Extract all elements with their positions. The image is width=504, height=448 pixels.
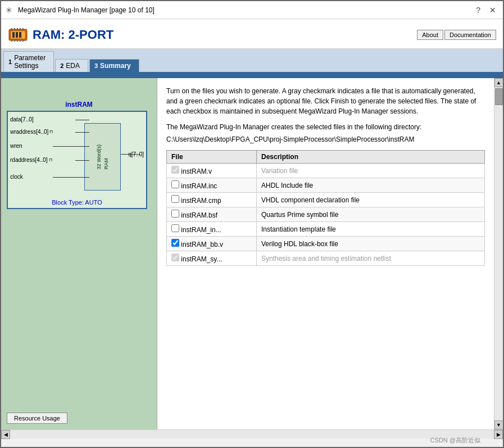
svg-rect-7 (17, 28, 18, 30)
file-cell-3: instRAM.bsf (167, 207, 257, 222)
tab-eda[interactable]: 2 EDA (55, 59, 88, 72)
file-checkbox-6 (171, 254, 179, 261)
svg-rect-9 (22, 28, 24, 30)
tab-parameter-settings[interactable]: 1 ParameterSettings (3, 51, 54, 72)
tab3-number: 3 (94, 62, 98, 69)
scroll-down-arrow[interactable]: ▼ (494, 420, 503, 429)
ram-inner-label: 32 Word(s) RAM (96, 144, 110, 169)
file-cell-2: instRAM.cmp (167, 193, 257, 207)
header-area: RAM: 2-PORT About Documentation (1, 19, 503, 49)
file-desc-3: Quartus Prime symbol file (257, 207, 485, 222)
svg-rect-3 (16, 32, 18, 38)
svg-rect-5 (11, 28, 12, 30)
watermark: CSDN @高阶近似 (430, 436, 480, 445)
help-button[interactable]: ? (474, 6, 483, 15)
file-cell-1: instRAM.inc (167, 178, 257, 193)
file-checkbox-5[interactable] (171, 239, 179, 247)
svg-rect-6 (14, 28, 15, 30)
scroll-up-arrow[interactable]: ▲ (494, 78, 503, 87)
close-button[interactable]: ✕ (487, 6, 498, 15)
blue-bar (1, 74, 503, 78)
file-desc-5: Verilog HDL black-box file (257, 237, 485, 251)
table-row: instRAM.vVariation file (167, 164, 485, 178)
table-row: instRAM.cmpVHDL component declaration fi… (167, 193, 485, 207)
file-checkbox-3[interactable] (171, 210, 179, 218)
scroll-left-arrow[interactable]: ◀ (1, 430, 10, 439)
description-para1: Turn on the files you wish to generate. … (166, 86, 485, 116)
file-checkbox-4[interactable] (171, 224, 179, 232)
file-desc-6: Synthesis area and timing estimation net… (257, 251, 485, 266)
resource-usage-button[interactable]: Resource Usage (7, 413, 67, 424)
col-desc-header: Description (257, 151, 485, 164)
svg-rect-14 (22, 39, 24, 42)
file-checkbox-0 (171, 166, 179, 174)
port-clock: clock (10, 174, 23, 180)
svg-rect-10 (11, 39, 12, 42)
line-clock (53, 177, 89, 178)
file-name-0: instRAM.v (179, 168, 212, 175)
documentation-button[interactable]: Documentation (444, 30, 496, 40)
file-cell-5: instRAM_bb.v (167, 237, 257, 251)
file-cell-6: instRAM_sy... (167, 251, 257, 266)
scroll-horizontal-track (10, 430, 494, 438)
directory-path: C:\Users\lzq\Desktop\FPGA_CPU\proj-Simpl… (166, 135, 485, 143)
port-data: data[7..0] (10, 116, 34, 123)
port-wraddress: wraddress[4..0] ⊓ (10, 129, 53, 135)
main-content: instRAM data[7..0] wraddress[4..0] ⊓ wre… (1, 78, 503, 429)
title-bar-controls: ? ✕ (474, 6, 498, 15)
scroll-thumb[interactable] (495, 88, 503, 105)
scroll-right-arrow[interactable]: ▶ (494, 430, 503, 439)
col-file-header: File (167, 151, 257, 164)
file-desc-2: VHDL component declaration file (257, 193, 485, 207)
file-name-2: instRAM.cmp (179, 197, 221, 205)
tab-summary[interactable]: 3 Summary (89, 59, 139, 72)
right-scrollbar[interactable]: ▲ ▼ (494, 78, 503, 429)
horizontal-scrollbar[interactable]: ◀ ▶ (1, 429, 503, 438)
right-panel[interactable]: Turn on the files you wish to generate. … (157, 78, 494, 429)
tab1-number: 1 (8, 58, 12, 65)
file-name-5: instRAM_bb.v (179, 241, 223, 248)
block-type-label: Block Type: AUTO (52, 199, 102, 206)
file-cell-0: instRAM.v (167, 164, 257, 178)
page-title: RAM: 2-PORT (33, 28, 113, 42)
svg-rect-13 (20, 39, 21, 42)
port-rdaddress: rdaddress[4..0] ⊓ (10, 157, 52, 163)
about-button[interactable]: About (417, 30, 443, 40)
line-wraddress (75, 132, 89, 133)
svg-rect-2 (12, 32, 15, 38)
title-bar: ✳ MegaWizard Plug-In Manager [page 10 of… (1, 1, 503, 19)
window-icon: ✳ (6, 6, 15, 15)
tab2-label: EDA (66, 62, 80, 70)
resource-usage-container: Resource Usage (7, 408, 151, 424)
tab1-label: ParameterSettings (14, 54, 46, 70)
file-name-1: instRAM.inc (179, 182, 217, 190)
file-desc-1: AHDL Include file (257, 178, 485, 193)
line-q (121, 154, 140, 155)
table-row: instRAM.bsfQuartus Prime symbol file (167, 207, 485, 222)
file-name-3: instRAM.bsf (179, 211, 217, 219)
file-checkbox-1[interactable] (171, 180, 179, 188)
file-desc-4: Instantiation template file (257, 222, 485, 237)
table-row: instRAM.incAHDL Include file (167, 178, 485, 193)
file-checkbox-2[interactable] (171, 195, 179, 203)
diagram-title: instRAM (7, 101, 151, 108)
table-row: instRAM_sy...Synthesis area and timing e… (167, 251, 485, 266)
left-panel: instRAM data[7..0] wraddress[4..0] ⊓ wre… (1, 78, 157, 429)
tab2-number: 2 (60, 62, 63, 69)
file-cell-4: instRAM_in... (167, 222, 257, 237)
table-row: instRAM_in...Instantiation template file (167, 222, 485, 237)
line-wren (53, 146, 89, 147)
window-title: MegaWizard Plug-In Manager [page 10 of 1… (18, 6, 474, 14)
description-para2: The MegaWizard Plug-In Manager creates t… (166, 122, 485, 132)
header-title-row: RAM: 2-PORT (8, 25, 113, 45)
svg-rect-11 (14, 39, 15, 42)
ram-inner-box: 32 Word(s) RAM (84, 123, 121, 191)
file-name-4: instRAM_in... (179, 226, 221, 234)
header-buttons: About Documentation (417, 30, 496, 40)
file-table: File Description instRAM.vVariation file… (166, 150, 485, 266)
ram-diagram: data[7..0] wraddress[4..0] ⊓ wren rdaddr… (7, 111, 147, 209)
tab3-label: Summary (100, 62, 131, 70)
svg-rect-8 (20, 28, 21, 30)
diagram-container: instRAM data[7..0] wraddress[4..0] ⊓ wre… (7, 101, 151, 209)
tabs-row: 1 ParameterSettings 2 EDA 3 Summary (1, 49, 503, 74)
